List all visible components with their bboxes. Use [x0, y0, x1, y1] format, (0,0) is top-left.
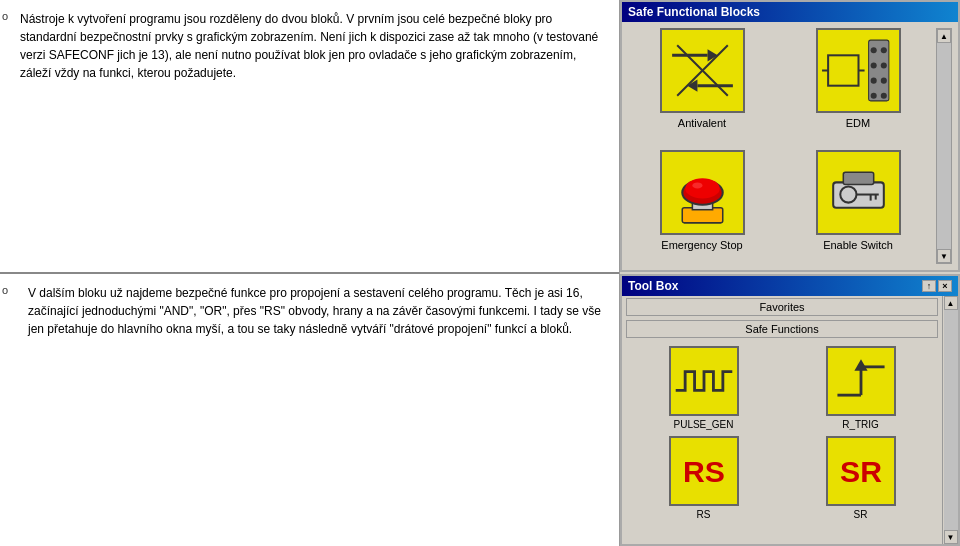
svg-point-14 — [880, 78, 886, 84]
bottom-left-panel: V dalším bloku už najdeme bezpečné funkc… — [0, 274, 619, 546]
safe-functional-blocks-window: Safe Functional Blocks — [620, 0, 960, 272]
svg-point-16 — [880, 93, 886, 99]
sfb-scroll-track[interactable] — [937, 43, 951, 249]
safe-functions-label: Safe Functions — [745, 323, 818, 335]
svg-rect-32 — [843, 172, 873, 184]
svg-point-11 — [870, 62, 876, 68]
sfb-title: Safe Functional Blocks — [628, 5, 760, 19]
rs-icon: RS — [669, 436, 739, 506]
sfb-item-edm[interactable]: EDM — [784, 28, 932, 142]
antivalent-label: Antivalent — [678, 117, 726, 129]
svg-point-15 — [870, 93, 876, 99]
pulse-gen-icon — [669, 346, 739, 416]
svg-text:RS: RS — [683, 455, 725, 488]
toolbox-scroll-up[interactable]: ▲ — [944, 296, 958, 310]
top-paragraph: Nástroje k vytvoření programu jsou rozdě… — [12, 10, 607, 82]
sfb-scrollbar: ▲ ▼ — [936, 28, 952, 264]
favorites-label: Favorites — [759, 301, 804, 313]
toolbox-section-safe-functions[interactable]: Safe Functions — [626, 320, 938, 338]
sr-label: SR — [854, 509, 868, 520]
left-panel: Nástroje k vytvoření programu jsou rozdě… — [0, 0, 620, 546]
toolbox-title: Tool Box — [628, 279, 678, 293]
toolbox-item-pulse-gen[interactable]: PULSE_GEN — [628, 346, 779, 430]
main-container: Nástroje k vytvoření programu jsou rozdě… — [0, 0, 960, 546]
svg-point-9 — [870, 47, 876, 53]
top-text: Nástroje k vytvoření programu jsou rozdě… — [20, 12, 598, 80]
toolbox-body: Favorites Safe Functions — [622, 296, 958, 544]
sfb-scroll-up[interactable]: ▲ — [937, 29, 951, 43]
edm-icon — [816, 28, 901, 113]
toolbox-window: Tool Box ↑ × Favorites Safe Functions — [620, 274, 960, 546]
svg-point-25 — [692, 182, 702, 188]
bottom-paragraph: V dalším bloku už najdeme bezpečné funkc… — [20, 284, 607, 338]
toolbox-section-favorites[interactable]: Favorites — [626, 298, 938, 316]
svg-point-24 — [685, 178, 719, 198]
bottom-text: V dalším bloku už najdeme bezpečné funkc… — [28, 286, 601, 336]
toolbox-pin-button[interactable]: ↑ — [922, 280, 936, 292]
sfb-content: Antivalent — [622, 22, 958, 270]
sr-icon: SR — [826, 436, 896, 506]
rs-label: RS — [697, 509, 711, 520]
pulse-gen-label: PULSE_GEN — [673, 419, 733, 430]
toolbox-item-sr[interactable]: SR SR — [785, 436, 936, 520]
r-trig-icon — [826, 346, 896, 416]
edm-label: EDM — [846, 117, 870, 129]
toolbox-titlebar: Tool Box ↑ × — [622, 276, 958, 296]
toolbox-scroll-track[interactable] — [944, 310, 958, 530]
emergency-stop-label: Emergency Stop — [661, 239, 742, 251]
svg-point-10 — [880, 47, 886, 53]
enable-switch-label: Enable Switch — [823, 239, 893, 251]
sfb-grid: Antivalent — [628, 28, 932, 264]
emergency-stop-icon — [660, 150, 745, 235]
right-panel: Safe Functional Blocks — [620, 0, 960, 546]
antivalent-icon — [660, 28, 745, 113]
top-left-panel: Nástroje k vytvoření programu jsou rozdě… — [0, 0, 619, 274]
sfb-titlebar: Safe Functional Blocks — [622, 2, 958, 22]
toolbox-main: Favorites Safe Functions — [622, 296, 942, 544]
enable-switch-icon — [816, 150, 901, 235]
svg-point-12 — [880, 62, 886, 68]
r-trig-label: R_TRIG — [842, 419, 879, 430]
toolbox-item-rs[interactable]: RS RS — [628, 436, 779, 520]
toolbox-scroll-down[interactable]: ▼ — [944, 530, 958, 544]
toolbox-item-r-trig[interactable]: R_TRIG — [785, 346, 936, 430]
toolbox-close-button[interactable]: × — [938, 280, 952, 292]
svg-point-13 — [870, 78, 876, 84]
toolbox-title-buttons: ↑ × — [922, 280, 952, 292]
sfb-item-antivalent[interactable]: Antivalent — [628, 28, 776, 142]
sfb-scroll-down[interactable]: ▼ — [937, 249, 951, 263]
sfb-item-enable-switch[interactable]: Enable Switch — [784, 150, 932, 264]
toolbox-grid: PULSE_GEN — [622, 340, 942, 526]
sfb-item-emergency-stop[interactable]: Emergency Stop — [628, 150, 776, 264]
svg-text:SR: SR — [840, 455, 882, 488]
toolbox-scrollbar: ▲ ▼ — [942, 296, 958, 544]
